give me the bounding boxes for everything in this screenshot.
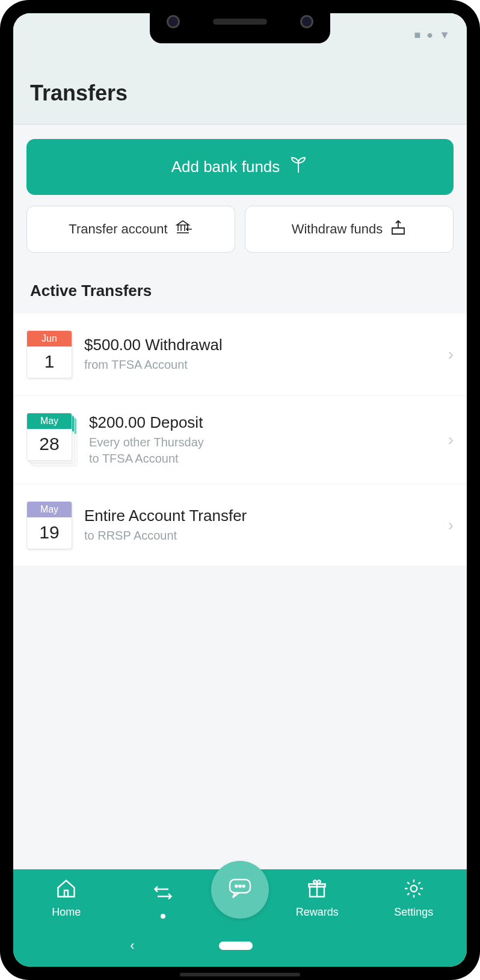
- calendar-badge: May 19: [26, 501, 72, 549]
- transfer-list: Jun 1 $500.00 Withdrawal from TFSA Accou…: [13, 313, 467, 567]
- sprout-icon: [288, 156, 309, 178]
- chat-icon: [227, 877, 253, 903]
- transfer-account-button[interactable]: Transfer account: [26, 206, 235, 253]
- tab-settings-label: Settings: [394, 906, 433, 919]
- add-bank-funds-label: Add bank funds: [171, 158, 280, 176]
- transfer-body: Entire Account Transfer to RRSP Account: [72, 507, 448, 544]
- tab-bar: Home: [13, 869, 467, 925]
- screen: ■ ● ▼ Transfers Add bank funds Tr: [13, 13, 467, 967]
- calendar-day: 1: [27, 347, 72, 378]
- nav-back-icon[interactable]: ‹: [130, 938, 134, 954]
- content-spacer: [13, 567, 467, 869]
- nav-home-pill[interactable]: [219, 941, 253, 950]
- tab-home[interactable]: Home: [18, 878, 115, 919]
- status-triangle-icon: ▼: [439, 29, 450, 42]
- page-header: Transfers: [13, 57, 467, 125]
- add-bank-funds-button[interactable]: Add bank funds: [26, 139, 454, 195]
- transfer-body: $200.00 Deposit Every other Thursday to …: [77, 413, 448, 467]
- status-circle-icon: ●: [426, 29, 433, 42]
- home-icon: [55, 878, 77, 902]
- withdraw-funds-label: Withdraw funds: [292, 221, 383, 237]
- tab-transfers[interactable]: [115, 882, 212, 919]
- bank-arrow-icon: [175, 220, 193, 239]
- tab-home-label: Home: [52, 906, 81, 919]
- transfer-subtitle-line1: Every other Thursday: [89, 434, 436, 451]
- chevron-right-icon: ›: [448, 516, 454, 535]
- device-frame: ■ ● ▼ Transfers Add bank funds Tr: [0, 0, 480, 980]
- device-notch: [150, 0, 330, 43]
- transfer-row[interactable]: Jun 1 $500.00 Withdrawal from TFSA Accou…: [13, 313, 467, 396]
- active-dot-icon: [161, 914, 165, 919]
- transfers-icon: [152, 882, 174, 907]
- calendar-day: 28: [27, 429, 72, 460]
- calendar-day: 19: [27, 517, 72, 549]
- transfer-row[interactable]: May 28 $200.00 Deposit Every other Thurs…: [13, 396, 467, 484]
- calendar-month: Jun: [27, 331, 72, 347]
- android-nav-bar: ‹: [13, 925, 467, 967]
- upload-box-icon: [390, 220, 407, 239]
- transfer-subtitle: to RRSP Account: [84, 528, 436, 544]
- svg-point-2: [239, 885, 241, 887]
- actions-panel: Add bank funds Transfer account: [13, 125, 467, 263]
- calendar-badge: Jun 1: [26, 330, 72, 378]
- transfer-row[interactable]: May 19 Entire Account Transfer to RRSP A…: [13, 484, 467, 567]
- device-handle: [180, 973, 300, 976]
- active-transfers-heading: Active Transfers: [13, 263, 467, 313]
- tab-settings[interactable]: Settings: [366, 878, 463, 919]
- calendar-badge-stack: May 28: [26, 413, 77, 467]
- tab-rewards-label: Rewards: [296, 906, 339, 919]
- transfer-title: $500.00 Withdrawal: [84, 336, 436, 354]
- tab-rewards[interactable]: Rewards: [269, 878, 366, 919]
- svg-point-3: [242, 885, 244, 887]
- transfer-account-label: Transfer account: [69, 221, 167, 237]
- calendar-month: May: [27, 413, 72, 429]
- transfer-title: $200.00 Deposit: [89, 413, 436, 432]
- chevron-right-icon: ›: [448, 345, 454, 364]
- page-title: Transfers: [30, 81, 450, 106]
- status-square-icon: ■: [414, 29, 420, 42]
- svg-point-1: [235, 885, 237, 887]
- svg-point-5: [411, 886, 417, 892]
- gear-icon: [403, 878, 425, 902]
- chat-fab-button[interactable]: [211, 861, 269, 919]
- transfer-title: Entire Account Transfer: [84, 507, 436, 525]
- transfer-body: $500.00 Withdrawal from TFSA Account: [72, 336, 448, 373]
- calendar-month: May: [27, 502, 72, 517]
- chevron-right-icon: ›: [448, 430, 454, 449]
- transfer-subtitle-line2: to TFSA Account: [89, 451, 436, 467]
- transfer-subtitle: from TFSA Account: [84, 357, 436, 373]
- withdraw-funds-button[interactable]: Withdraw funds: [245, 206, 454, 253]
- gift-icon: [306, 878, 328, 902]
